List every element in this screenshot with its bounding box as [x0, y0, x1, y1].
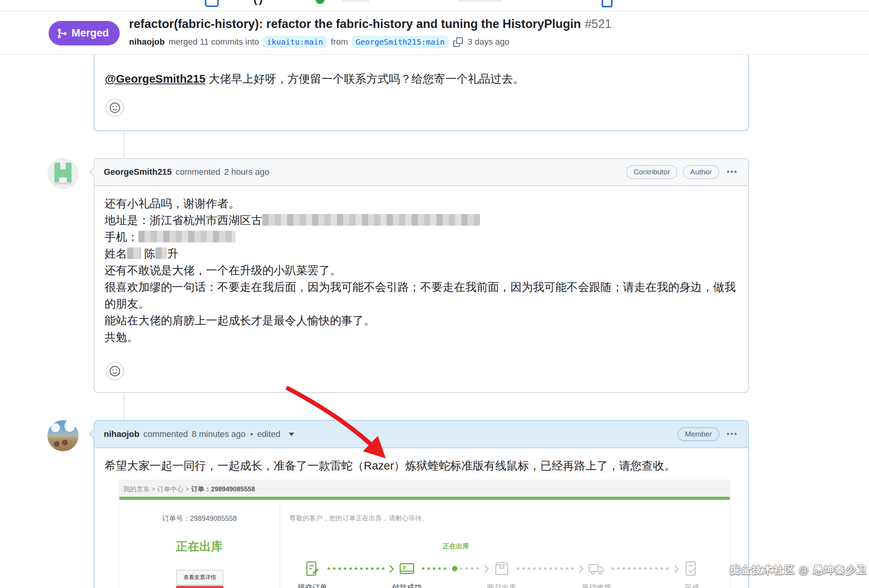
pull-request-page: () Merged refactor(fabric-history): refa…	[0, 0, 869, 588]
tab-label-clipped	[459, 0, 501, 2]
comment-text: 希望大家一起一同行，一起成长，准备了一款雷蛇（Razer）炼狱蝰蛇标准版有线鼠标…	[105, 458, 738, 474]
copy-branch-button[interactable]	[453, 37, 463, 47]
comment-author-link[interactable]: nihaojob	[104, 429, 140, 439]
avatar-nihaojob[interactable]	[47, 420, 79, 451]
comment-body-line: 地址是：浙江省杭州市西湖区古	[105, 212, 738, 229]
conversation-tab-icon[interactable]	[205, 0, 219, 7]
merge-text: merged 11 commits into	[169, 37, 259, 47]
base-branch-label[interactable]: ikuaitu:main	[263, 36, 327, 48]
timeline-connector	[124, 393, 124, 420]
comment-body-line: 还有小礼品吗，谢谢作者。	[105, 195, 738, 212]
smiley-icon	[110, 366, 120, 376]
kebab-icon	[726, 167, 737, 177]
body-text-segment: 升	[167, 247, 178, 260]
checks-status-icon[interactable]	[316, 0, 325, 4]
kebab-menu-button[interactable]	[725, 427, 739, 441]
comment-nihaojob: nihaojob commented 8 minutes ago • edite…	[94, 420, 749, 588]
progress-arrow-icon	[386, 565, 394, 573]
separator-dot: •	[250, 429, 253, 439]
comment-body-line: 姓名 陈升	[105, 245, 738, 262]
jd-order-screenshot-image[interactable]: 我的京东 > 订单中心 > 订单：298949085558 订单号：298949…	[119, 480, 731, 588]
body-text-segment: 共勉。	[105, 331, 138, 343]
chevron-down-icon[interactable]	[289, 433, 294, 436]
progress-dots	[327, 567, 386, 570]
comment-body-line: 能站在大佬的肩膀上一起成长才是最令人愉快的事了。	[105, 312, 738, 329]
comment-header: nihaojob commented 8 minutes ago • edite…	[94, 421, 748, 448]
edited-dropdown[interactable]: edited	[257, 429, 281, 439]
pr-title: refactor(fabric-history): refactor the f…	[129, 17, 612, 31]
step-label: 等待收货	[582, 583, 611, 588]
pr-number: #521	[585, 17, 612, 31]
comment-own-clipped: @GeorgeSmith215 大佬早上好呀，方便留一个联系方式吗？给您寄一个礼…	[94, 54, 749, 131]
add-reaction-button[interactable]	[106, 362, 124, 380]
current-step-label: 正在出库	[443, 542, 469, 551]
breadcrumb-path: 我的京东 > 订单中心 >	[123, 485, 191, 493]
from-text: from	[331, 37, 348, 47]
comment-body-line: 还有不敢说是大佬，一个在升级的小趴菜罢了。	[105, 262, 738, 279]
git-merge-icon	[56, 28, 67, 39]
pr-title-text: refactor(fabric-history): refactor the f…	[129, 17, 581, 31]
body-text-segment: 陈	[141, 247, 155, 260]
body-text-segment: 还有不敢说是大佬，一个在升级的小趴菜罢了。	[105, 264, 341, 277]
redacted-text	[127, 247, 141, 259]
redacted-text	[262, 214, 480, 226]
merged-time: 3 days ago	[468, 37, 510, 47]
progress-dots	[517, 567, 575, 570]
progress-arrow-icon	[576, 565, 584, 573]
tab-label-clipped	[342, 0, 369, 2]
copy-icon	[453, 37, 463, 47]
merged-status-badge: Merged	[49, 21, 120, 45]
redacted-text	[138, 231, 236, 242]
progress-dots	[460, 567, 480, 570]
contributor-badge: Contributor	[626, 165, 677, 179]
order-progress-tracker: 提交订单付款成功商品出库等待收货完成	[279, 559, 731, 588]
step-label: 商品出库	[487, 583, 517, 588]
watermark: 掘金技术社区 @ 愚坤秦少卫	[730, 563, 867, 577]
progress-arrow-icon	[671, 565, 679, 573]
kebab-icon	[726, 429, 737, 440]
package-icon	[493, 560, 511, 578]
comment-caret	[89, 167, 98, 176]
add-reaction-button[interactable]	[106, 99, 124, 117]
smiley-icon	[110, 103, 120, 113]
files-changed-tab-icon[interactable]	[602, 0, 612, 7]
kebab-menu-button[interactable]	[725, 165, 739, 179]
comment-body-line: 很喜欢加缪的一句话：不要走在我后面，因为我可能不会引路；不要走在我前面，因为我可…	[105, 279, 738, 312]
comment-action: commented	[176, 167, 220, 177]
order-number: 订单号：298949085558	[119, 514, 279, 523]
author-badge: Author	[683, 165, 719, 179]
step-label: 付款成功	[392, 583, 422, 588]
avatar-georgesmith215[interactable]	[47, 158, 79, 189]
green-top-bar	[119, 497, 730, 500]
comment-author-link[interactable]: GeorgeSmith215	[104, 167, 172, 177]
comment-header: GeorgeSmith215 commented 2 hours ago Con…	[94, 159, 748, 186]
head-branch-label[interactable]: GeorgeSmith215:main	[352, 36, 448, 48]
body-text-segment: 手机：	[105, 231, 138, 243]
body-text-segment: 地址是：浙江省杭州市西湖区古	[105, 214, 262, 226]
merged-status-label: Merged	[72, 27, 109, 39]
progress-dots	[611, 567, 670, 570]
payment-icon	[398, 560, 416, 578]
breadcrumb-current: 订单：298949085558	[191, 485, 255, 493]
comment-timestamp-link[interactable]: 8 minutes ago	[192, 429, 246, 439]
comment-body-line: 共勉。	[105, 329, 738, 346]
view-invoice-button: 查看发票详情	[176, 570, 223, 585]
comment-action: commented	[143, 429, 188, 439]
truck-icon	[588, 560, 606, 578]
doc-check-icon	[683, 560, 701, 578]
timeline-connector	[124, 131, 124, 158]
red-action-button-clipped	[176, 586, 223, 588]
commits-tab-icon[interactable]: ()	[253, 0, 264, 5]
merged-by-user-link[interactable]: nihaojob	[129, 37, 165, 47]
comment-text: 大佬早上好呀，方便留一个联系方式吗？给您寄一个礼品过去。	[206, 73, 524, 85]
progress-arrow-icon	[481, 565, 489, 573]
comment-body: 希望大家一起一同行，一起成长，准备了一款雷蛇（Razer）炼狱蝰蛇标准版有线鼠标…	[94, 448, 748, 474]
user-mention-link[interactable]: @GeorgeSmith215	[105, 73, 206, 85]
comment-body-line: 手机：	[105, 229, 738, 245]
doc-edit-icon	[304, 560, 321, 578]
pr-merge-meta: nihaojob merged 11 commits into ikuaitu:…	[129, 36, 510, 48]
comment-body: @GeorgeSmith215 大佬早上好呀，方便留一个联系方式吗？给您寄一个礼…	[105, 71, 524, 87]
progress-dots	[422, 567, 450, 570]
comment-timestamp-link[interactable]: 2 hours ago	[224, 167, 269, 177]
customer-notice: 尊敬的客户，您的订单正在出库，请耐心等待。	[290, 514, 428, 523]
